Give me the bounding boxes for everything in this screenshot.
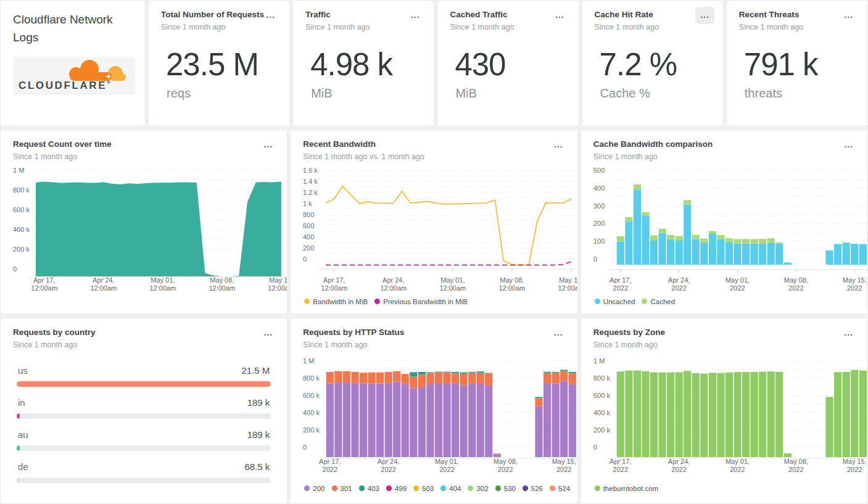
legend-label: 403: [368, 485, 379, 492]
bar-segment: [734, 239, 741, 243]
bar-segment: [834, 244, 841, 265]
legend-item-403[interactable]: 403: [359, 485, 379, 492]
bar-segment: [783, 262, 791, 263]
y-axis-tick-label: 1 M: [13, 167, 24, 174]
panel-menu-button[interactable]: ...: [552, 327, 565, 338]
bar-segment: [859, 244, 866, 244]
legend-item-200[interactable]: 200: [304, 485, 324, 492]
legend-item-bandwidth-in-mib[interactable]: Bandwidth in MiB: [304, 298, 368, 305]
bar-segment: [750, 371, 758, 456]
bar-segment: [352, 382, 359, 456]
x-axis-tick-label: Apr 17,2022: [319, 458, 341, 473]
x-axis-tick-label: May 01,12:00am: [149, 276, 176, 292]
bar-segment: [435, 372, 442, 382]
legend-item-530[interactable]: 530: [495, 485, 516, 492]
y-axis-tick-label: 200: [593, 220, 605, 227]
bar-segment: [700, 242, 708, 264]
bar-segment: [734, 372, 741, 457]
logo-trademark: ®: [107, 80, 110, 85]
country-bar-track: [17, 477, 271, 483]
legend-item-524[interactable]: 524: [550, 485, 570, 492]
bar-segment: [783, 453, 791, 456]
bar-segment: [460, 385, 468, 456]
legend-label: theburritobot.com: [603, 485, 659, 492]
bar-segment: [667, 372, 674, 456]
area-series: [36, 181, 281, 276]
bar-segment: [842, 242, 849, 242]
bar-segment: [444, 372, 451, 382]
kpi-card-traffic: Traffic Since 1 month ago ... 4.98 k MiB: [292, 0, 434, 126]
legend-item-404[interactable]: 404: [440, 485, 461, 492]
bar-segment: [708, 234, 716, 265]
bar-segment: [485, 373, 492, 373]
bar-segment: [468, 371, 476, 373]
bar-segment: [650, 235, 658, 240]
bar-segment: [742, 239, 750, 243]
panel-menu-button[interactable]: ...: [842, 139, 855, 150]
bar-segment: [393, 381, 400, 457]
legend-item-301[interactable]: 301: [332, 485, 352, 492]
legend-item-cached[interactable]: Cached: [642, 298, 675, 305]
panel-menu-button[interactable]: ...: [262, 327, 275, 338]
panel-subtitle: Since 1 month ago: [450, 23, 514, 31]
bar-segment: [767, 371, 774, 457]
bar-segment: [477, 382, 484, 456]
bar-segment: [544, 382, 551, 456]
bar-segment: [658, 372, 666, 456]
request-count-chart[interactable]: 1 M800 k600 k400 k200 k0Apr 17,12:00amAp…: [1, 161, 287, 294]
bar-segment: [775, 371, 783, 456]
panel-menu-button[interactable]: ...: [695, 7, 714, 24]
country-bar-fill: [17, 381, 271, 387]
legend-label: Previous Bandwidth in MiB: [383, 298, 468, 305]
legend-item-526[interactable]: 526: [523, 485, 543, 492]
bar-segment: [418, 371, 426, 374]
legend-label: 526: [531, 485, 543, 492]
panel-menu-button[interactable]: ...: [262, 139, 275, 150]
bar-segment: [616, 371, 624, 457]
x-axis-tick-label: Apr 24,2022: [668, 276, 690, 292]
bar-segment: [418, 387, 426, 456]
panel-menu-button[interactable]: ...: [552, 139, 565, 150]
bar-segment: [427, 373, 434, 384]
http-status-chart[interactable]: 1 M800 k600 k400 k200 k0Apr 17,2022Apr 2…: [291, 349, 577, 476]
legend-item-302[interactable]: 302: [468, 485, 488, 492]
http-status-legend: 200301403499503404302530526524: [304, 485, 577, 492]
legend-item-uncached[interactable]: Uncached: [595, 298, 635, 305]
bar-segment: [494, 454, 501, 457]
y-axis-tick-label: 200 k: [13, 246, 30, 253]
zone-chart[interactable]: 1 M800 k600 k400 k200 k0Apr 17,2022Apr 2…: [581, 349, 868, 476]
bar-segment: [468, 373, 476, 383]
bar-segment: [385, 382, 392, 456]
legend-item-theburritobot-com[interactable]: theburritobot.com: [595, 485, 659, 492]
bar-segment: [725, 242, 732, 264]
bar-segment: [468, 383, 476, 456]
panel-menu-button[interactable]: ...: [409, 9, 422, 20]
bar-segment: [842, 371, 849, 456]
bar-segment: [700, 238, 708, 242]
bar-segment: [368, 383, 376, 456]
legend-item-499[interactable]: 499: [386, 485, 407, 492]
cache-bandwidth-chart[interactable]: 5004003002001000Apr 17,2022Apr 24,2022Ma…: [581, 161, 868, 294]
country-row-au: au189 k: [17, 429, 271, 451]
panel-menu-button[interactable]: ...: [553, 9, 566, 20]
zone-legend: theburritobot.com: [595, 485, 867, 492]
x-axis-tick-label: Apr 24,2022: [668, 458, 690, 473]
country-bar-fill: [17, 477, 19, 483]
panel-menu-button[interactable]: ...: [842, 327, 855, 338]
legend-item-previous-bandwidth-in-mib[interactable]: Previous Bandwidth in MiB: [374, 298, 468, 305]
panel-menu-button[interactable]: ...: [265, 9, 278, 20]
bar-segment: [675, 240, 682, 265]
bar-segment: [410, 388, 418, 457]
recent-bandwidth-chart[interactable]: 1.6 k1.4 k1.2 k1 k8006004002000Apr 17,12…: [291, 161, 577, 294]
country-bar-fill: [17, 413, 20, 419]
country-row-in: in189 k: [17, 397, 271, 419]
bar-segment: [402, 374, 409, 384]
kpi-unit: MiB: [311, 86, 421, 101]
panel-title: Request Count over time: [13, 139, 112, 150]
legend-item-503[interactable]: 503: [413, 485, 434, 492]
panel-title: Requests by HTTP Status: [303, 327, 404, 338]
legend-label: 524: [558, 485, 570, 492]
panel-menu-button[interactable]: ...: [842, 9, 855, 20]
bar-segment: [360, 373, 367, 384]
x-axis-tick-label: May 01,2022: [725, 458, 750, 473]
